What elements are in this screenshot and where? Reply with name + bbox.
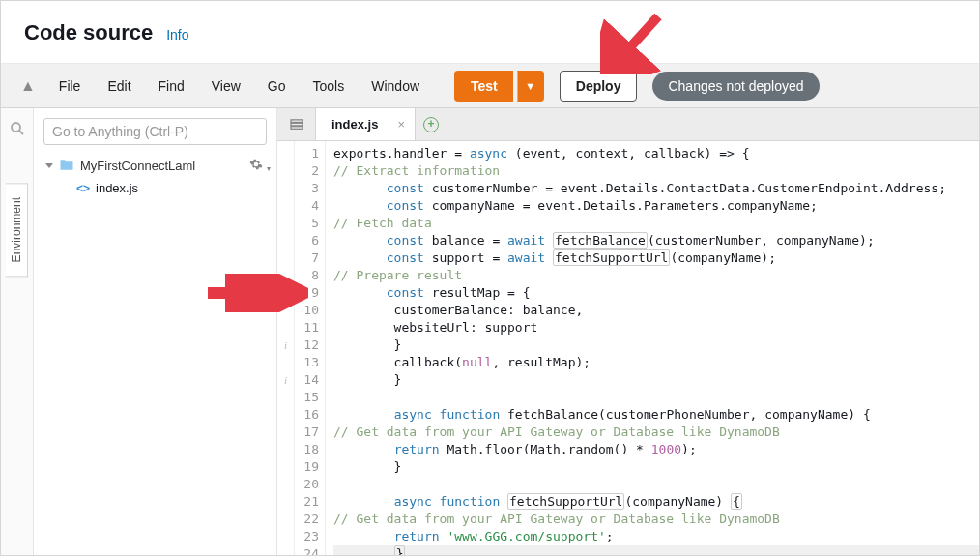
file-label: index.js <box>96 181 138 195</box>
main: Environment MyFirstConnectLaml ▾ <> inde… <box>1 108 979 556</box>
file-tree-panel: MyFirstConnectLaml ▾ <> index.js <box>34 108 277 556</box>
code-line[interactable]: // Extract information <box>333 162 979 180</box>
code-line[interactable]: exports.handler = async (event, context,… <box>333 145 979 162</box>
code-line[interactable]: async function fetchBalance(customerPhon… <box>333 406 979 424</box>
code-line[interactable]: const customerNumber = event.Details.Con… <box>333 180 979 197</box>
goto-input[interactable] <box>43 118 267 145</box>
code-line[interactable]: websiteUrl: support <box>333 319 979 337</box>
gear-icon[interactable]: ▾ <box>249 158 271 174</box>
js-file-icon: <> <box>76 182 90 195</box>
code-line[interactable]: } <box>333 458 979 476</box>
status-badge: Changes not deployed <box>652 72 819 101</box>
menu-window[interactable]: Window <box>360 73 431 100</box>
menu-view[interactable]: View <box>200 73 252 100</box>
tab-index-js[interactable]: index.js × <box>316 108 416 140</box>
code-line[interactable] <box>333 389 979 406</box>
test-dropdown-button[interactable]: ▼ <box>517 71 544 102</box>
svg-rect-3 <box>291 123 303 126</box>
menu-tools[interactable]: Tools <box>302 73 357 100</box>
code-line[interactable]: const resultMap = { <box>333 284 979 302</box>
svg-rect-4 <box>291 126 303 129</box>
add-tab-button[interactable]: + <box>416 108 447 140</box>
page-title: Code source <box>24 20 153 44</box>
code-line[interactable]: customerBalance: balance, <box>333 302 979 319</box>
toolbar: ▲ File Edit Find View Go Tools Window Te… <box>1 64 979 108</box>
code-line[interactable]: const balance = await fetchBalance(custo… <box>333 232 979 249</box>
test-button[interactable]: Test <box>454 71 513 102</box>
environment-tab[interactable]: Environment <box>6 183 28 277</box>
collapse-button[interactable]: ▲ <box>13 77 43 95</box>
code-content[interactable]: exports.handler = async (event, context,… <box>326 141 979 556</box>
file-row[interactable]: <> index.js <box>34 177 276 195</box>
code-line[interactable]: return 'www.GGG.com/support'; <box>333 528 979 545</box>
code-line[interactable]: // Get data from your API Gateway or Dat… <box>333 424 979 441</box>
code-line[interactable]: async function fetchSupportUrl(companyNa… <box>333 493 979 511</box>
code-line[interactable]: return Math.floor(Math.random() * 1000); <box>333 441 979 458</box>
editor: index.js × + ii 123456789101112131415161… <box>277 108 979 556</box>
code-line[interactable] <box>333 476 979 493</box>
svg-point-0 <box>12 123 20 132</box>
code-line[interactable]: const companyName = event.Details.Parame… <box>333 197 979 215</box>
code-editor[interactable]: ii 1234567891011121314151617181920212223… <box>277 141 979 556</box>
tab-list-icon[interactable] <box>277 108 316 140</box>
info-link[interactable]: Info <box>166 27 188 43</box>
svg-line-1 <box>18 131 22 134</box>
folder-label: MyFirstConnectLaml <box>80 159 195 173</box>
code-line[interactable]: callback(null, resultMap); <box>333 354 979 371</box>
menu-edit[interactable]: Edit <box>96 73 142 100</box>
tab-bar: index.js × + <box>277 108 979 141</box>
sidebar-narrow: Environment <box>1 108 34 556</box>
close-icon[interactable]: × <box>397 117 405 132</box>
folder-row[interactable]: MyFirstConnectLaml ▾ <box>34 155 276 177</box>
tab-label: index.js <box>331 117 378 132</box>
folder-icon <box>59 158 74 174</box>
code-line[interactable]: const support = await fetchSupportUrl(co… <box>333 249 979 267</box>
deploy-button[interactable]: Deploy <box>560 71 638 102</box>
menu-go[interactable]: Go <box>256 73 298 100</box>
chevron-down-icon <box>45 163 53 168</box>
plus-icon: + <box>423 117 439 132</box>
menu-find[interactable]: Find <box>147 73 196 100</box>
line-number-gutter: 123456789101112131415161718192021222324 <box>295 141 326 556</box>
header: Code source Info <box>1 1 979 64</box>
menu-file[interactable]: File <box>47 73 93 100</box>
search-icon[interactable] <box>9 120 26 140</box>
code-line[interactable]: } <box>333 371 979 389</box>
code-line[interactable]: // Fetch data <box>333 215 979 232</box>
code-line[interactable]: } <box>333 545 979 556</box>
code-line[interactable]: // Prepare result <box>333 267 979 284</box>
code-line[interactable]: } <box>333 337 979 354</box>
code-line[interactable]: // Get data from your API Gateway or Dat… <box>333 511 979 528</box>
svg-rect-2 <box>291 119 303 122</box>
